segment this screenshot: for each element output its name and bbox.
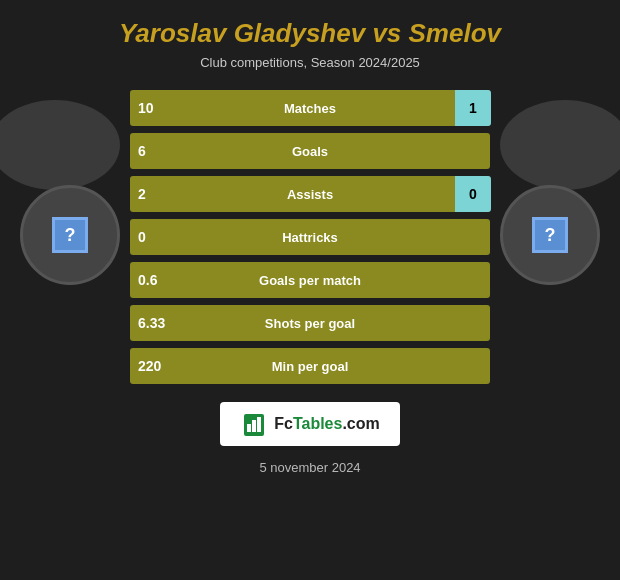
stat-label: Matches <box>284 101 336 116</box>
footer-date: 5 november 2024 <box>259 460 360 475</box>
stat-row: 6Goals <box>130 133 490 169</box>
bg-ellipse-right <box>500 100 620 190</box>
stat-right-value: 1 <box>455 90 491 126</box>
subtitle: Club competitions, Season 2024/2025 <box>119 55 501 70</box>
stat-row: 0Hattricks <box>130 219 490 255</box>
stat-bar: 220Min per goal <box>130 348 490 384</box>
stat-label: Shots per goal <box>265 316 355 331</box>
stat-left-value: 6 <box>138 143 146 159</box>
stat-left-value: 0 <box>138 229 146 245</box>
player-left-icon: ? <box>52 217 88 253</box>
stat-label: Min per goal <box>272 359 349 374</box>
player-circle-right: ? <box>500 185 600 285</box>
stat-left-value: 6.33 <box>138 315 165 331</box>
stat-label: Assists <box>287 187 333 202</box>
page-container: ? ? Yaroslav Gladyshev vs Smelov Club co… <box>0 0 620 580</box>
stats-container: 10Matches16Goals2Assists00Hattricks0.6Go… <box>130 90 490 384</box>
svg-rect-2 <box>252 420 256 432</box>
stat-left-value: 220 <box>138 358 161 374</box>
logo-icon <box>240 410 268 438</box>
svg-rect-1 <box>247 424 251 432</box>
player-circle-left: ? <box>20 185 120 285</box>
stat-label: Hattricks <box>282 230 338 245</box>
stat-left-value: 0.6 <box>138 272 157 288</box>
stat-bar: 6Goals <box>130 133 490 169</box>
page-title: Yaroslav Gladyshev vs Smelov <box>119 18 501 49</box>
stat-row: 220Min per goal <box>130 348 490 384</box>
logo-area: FcTables.com <box>220 402 400 446</box>
svg-rect-3 <box>257 417 261 432</box>
stat-row: 6.33Shots per goal <box>130 305 490 341</box>
stat-bar: 0.6Goals per match <box>130 262 490 298</box>
stat-label: Goals per match <box>259 273 361 288</box>
stat-bar: 10Matches1 <box>130 90 490 126</box>
stat-row: 0.6Goals per match <box>130 262 490 298</box>
stat-left-value: 10 <box>138 100 154 116</box>
header: Yaroslav Gladyshev vs Smelov Club compet… <box>119 0 501 70</box>
stat-row: 10Matches1 <box>130 90 490 126</box>
bg-ellipse-left <box>0 100 120 190</box>
logo-text: FcTables.com <box>274 415 380 433</box>
stat-label: Goals <box>292 144 328 159</box>
stat-bar: 6.33Shots per goal <box>130 305 490 341</box>
stat-bar: 2Assists0 <box>130 176 490 212</box>
stat-bar: 0Hattricks <box>130 219 490 255</box>
stat-right-value: 0 <box>455 176 491 212</box>
stat-left-value: 2 <box>138 186 146 202</box>
player-right-icon: ? <box>532 217 568 253</box>
stat-row: 2Assists0 <box>130 176 490 212</box>
